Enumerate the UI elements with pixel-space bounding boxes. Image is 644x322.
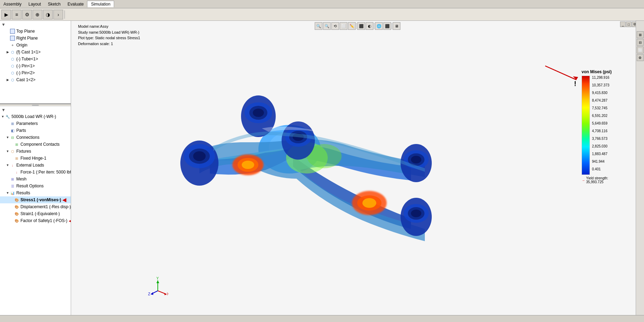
tree-item-parts[interactable]: ◧ Parts [0,127,71,134]
tree-item-pin1[interactable]: ⬡ (-) Pin<1> [0,62,71,69]
tree-item-fos1[interactable]: 🎨 Factor of Safety1 (-FOS-) ◀ [0,217,71,224]
mesh-label: Mesh [16,177,26,181]
tree-item-displacement1[interactable]: 🎨 Displacement1 (-Res disp-) [0,203,71,210]
sidebar-btn-1[interactable]: ⊞ [637,31,644,38]
menu-evaluate[interactable]: Evaluate [64,1,87,7]
expander [6,128,10,133]
tree-item-mesh[interactable]: ⊞ Mesh [0,176,71,183]
legend-val-9: 2,825.030 [592,144,609,152]
expander [6,36,10,40]
left-panel: ▼ Top Plane Right Plane ✦ Origin ▶ ⬡ (f)… [0,21,71,315]
sidebar-btn-3[interactable]: ⬜ [637,46,644,53]
expander [10,219,14,223]
study-icon: 🔧 [5,114,10,119]
legend-val-12: 0.401 [592,167,609,171]
menu-bar: Assembly Layout Sketch Evaluate Simulati… [0,0,644,8]
tree-item-result-options[interactable]: ☰ Result Options [0,183,71,189]
toolbar-list-btn[interactable]: ≡ [12,10,22,19]
toolbar-run-btn[interactable]: ▶ [1,10,11,19]
tree-item-parameters[interactable]: ⊞ Parameters [0,120,71,127]
tree-item-top-plane[interactable]: Top Plane [0,28,71,35]
plane-icon [10,28,15,34]
study-name-text: Study name:5000lb Load WR(-WR-) [78,29,140,35]
view-btn-10[interactable]: 🖥 [393,22,401,30]
tree-item-connections[interactable]: ▼ ⊟ Connections [0,134,71,141]
view-btn-7[interactable]: ◐ [366,22,373,30]
viewport-toolbar: 🔍 🔍 ⟲ ⬜ ✏️ ⬛ ◐ 🌐 ⬛ 🖥 [315,22,401,30]
result-options-icon: ☰ [10,183,15,189]
svg-marker-33 [164,293,166,295]
tree-item-results[interactable]: ▼ 📊 Results [0,189,71,196]
legend-val-11: 941.944 [592,160,609,167]
part-icon: ⬡ [10,77,15,83]
tree-item-force1[interactable]: ↓ Force-1 (:Per item: 5000 lbf:) [0,169,71,176]
view-btn-3[interactable]: ⟲ [332,22,339,30]
tree-item-component-contacts[interactable]: ⊞ Component Contacts [0,141,71,148]
minimize-btn[interactable]: _ [620,22,626,27]
legend-val-4: 7,532.745 [592,106,609,114]
view-btn-2[interactable]: 🔍 [323,22,331,30]
tube1-label: (-) Tube<1> [16,57,38,61]
expander: ▼ [1,115,5,119]
view-btn-6[interactable]: ⬛ [358,22,365,30]
parts-icon: ◧ [10,128,15,133]
force-icon: ↓ [14,169,19,175]
displacement-icon: 🎨 [14,204,19,210]
menu-assembly[interactable]: Assembly [0,1,25,7]
tree-item-right-plane[interactable]: Right Plane [0,35,71,42]
toolbar-options-btn[interactable]: ⚙ [22,10,32,19]
top-plane-label: Top Plane [16,29,35,34]
strain1-label: Strain1 (-Equivalent-) [20,211,60,216]
simulation-tree[interactable]: ▼ ▼ 🔧 5000lb Load WR (-WR-) ⊞ Parameters… [0,106,71,315]
part-icon: ⬡ [10,56,15,62]
maximize-btn[interactable]: □ [626,22,632,27]
part-icon: ⬡ [10,63,15,69]
tree-item-origin[interactable]: ✦ Origin [0,42,71,49]
view-btn-8[interactable]: 🌐 [375,22,383,30]
tree-item-cast2[interactable]: ▶ ⬡ Cast 1<2> [0,76,71,83]
expander [6,121,10,126]
tree-item-external-loads[interactable]: ▼ ↓ External Loads [0,162,71,169]
menu-simulation[interactable]: Simulation [87,1,114,7]
sidebar-btn-2[interactable]: ⊟ [637,39,644,46]
fos1-label: Factor of Safety1 (-FOS-) [20,218,67,223]
sidebar-btn-4[interactable]: ⚙ [637,54,644,61]
tree-item-stress1[interactable]: 🎨 Stress1 (-vonMises-) ◀ [0,196,71,203]
origin-label: Origin [16,43,27,48]
tree-item-cast1[interactable]: ▶ ⬡ (f) Cast 1<1> [0,49,71,56]
warning-exclamation: ! [574,80,576,88]
tree-item-strain1[interactable]: 🎨 Strain1 (-Equivalent-) [0,210,71,217]
yield-strength: → Yield strength: 35,993.725 [582,176,623,184]
force1-label: Force-1 (:Per item: 5000 lbf:) [20,170,71,175]
menu-layout[interactable]: Layout [25,1,44,7]
svg-point-13 [193,151,206,161]
expander: ▼ [6,163,10,167]
legend-labels: 11,298.916 10,357.373 9,415.830 8,474.28… [592,76,609,171]
view-btn-5[interactable]: ✏️ [348,22,356,30]
viewport[interactable]: Model name:Assy Study name:5000lb Load W… [71,21,644,315]
tree-item-study[interactable]: ▼ 🔧 5000lb Load WR (-WR-) [0,113,71,120]
plot-type-text: Plot type: Static nodal stress Stress1 [78,35,140,41]
legend-val-8: 3,766.573 [592,137,609,144]
toolbar-crosshair-btn[interactable]: ⊕ [33,10,42,19]
svg-text:X: X [167,292,168,296]
parts-label: Parts [16,128,26,133]
tree-item-pin2[interactable]: ⬡ (-) Pin<2> [0,69,71,76]
view-btn-9[interactable]: ⬛ [384,22,391,30]
view-btn-1[interactable]: 🔍 [315,22,323,30]
toolbar-expand-btn[interactable]: › [53,10,63,19]
expander [10,170,14,174]
right-plane-label: Right Plane [16,36,38,41]
feature-tree[interactable]: ▼ Top Plane Right Plane ✦ Origin ▶ ⬡ (f)… [0,21,71,104]
tree-item-fixtures[interactable]: ▼ ⬡ Fixtures [0,148,71,155]
view-btn-4[interactable]: ⬜ [340,22,347,30]
menu-sketch[interactable]: Sketch [44,1,64,7]
result-options-label: Result Options [16,184,44,188]
svg-point-29 [411,210,421,217]
toolbar-chart-btn[interactable]: ◑ [43,10,53,19]
model-name-text: Model name:Assy [78,24,140,29]
tree-item-tube1[interactable]: ⬡ (-) Tube<1> [0,56,71,62]
fixtures-label: Fixtures [16,149,31,154]
stress-icon: 🎨 [14,197,19,203]
tree-item-fixed-hinge[interactable]: ⊞ Fixed Hinge-1 [0,155,71,162]
